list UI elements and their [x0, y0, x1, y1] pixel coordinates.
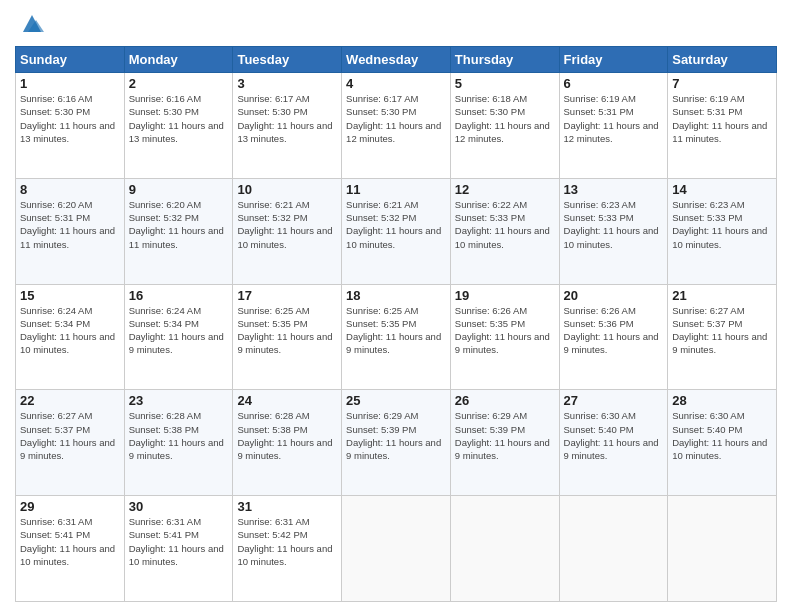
day-number: 15: [20, 288, 120, 303]
day-number: 3: [237, 76, 337, 91]
col-header-wednesday: Wednesday: [342, 47, 451, 73]
day-cell-31: 31Sunrise: 6:31 AMSunset: 5:42 PMDayligh…: [233, 496, 342, 602]
day-number: 2: [129, 76, 229, 91]
day-cell-15: 15Sunrise: 6:24 AMSunset: 5:34 PMDayligh…: [16, 284, 125, 390]
day-number: 18: [346, 288, 446, 303]
day-cell-12: 12Sunrise: 6:22 AMSunset: 5:33 PMDayligh…: [450, 178, 559, 284]
day-cell-4: 4Sunrise: 6:17 AMSunset: 5:30 PMDaylight…: [342, 73, 451, 179]
day-number: 25: [346, 393, 446, 408]
day-cell-11: 11Sunrise: 6:21 AMSunset: 5:32 PMDayligh…: [342, 178, 451, 284]
empty-cell: [450, 496, 559, 602]
day-number: 11: [346, 182, 446, 197]
day-number: 27: [564, 393, 664, 408]
day-cell-16: 16Sunrise: 6:24 AMSunset: 5:34 PMDayligh…: [124, 284, 233, 390]
day-info: Sunrise: 6:24 AMSunset: 5:34 PMDaylight:…: [129, 304, 229, 357]
empty-cell: [559, 496, 668, 602]
day-info: Sunrise: 6:29 AMSunset: 5:39 PMDaylight:…: [455, 409, 555, 462]
day-cell-30: 30Sunrise: 6:31 AMSunset: 5:41 PMDayligh…: [124, 496, 233, 602]
day-cell-8: 8Sunrise: 6:20 AMSunset: 5:31 PMDaylight…: [16, 178, 125, 284]
empty-cell: [342, 496, 451, 602]
day-number: 9: [129, 182, 229, 197]
logo: [15, 10, 46, 38]
week-row-5: 29Sunrise: 6:31 AMSunset: 5:41 PMDayligh…: [16, 496, 777, 602]
day-info: Sunrise: 6:17 AMSunset: 5:30 PMDaylight:…: [346, 92, 446, 145]
day-info: Sunrise: 6:16 AMSunset: 5:30 PMDaylight:…: [129, 92, 229, 145]
day-cell-24: 24Sunrise: 6:28 AMSunset: 5:38 PMDayligh…: [233, 390, 342, 496]
day-cell-1: 1Sunrise: 6:16 AMSunset: 5:30 PMDaylight…: [16, 73, 125, 179]
day-info: Sunrise: 6:27 AMSunset: 5:37 PMDaylight:…: [20, 409, 120, 462]
day-info: Sunrise: 6:30 AMSunset: 5:40 PMDaylight:…: [672, 409, 772, 462]
day-info: Sunrise: 6:25 AMSunset: 5:35 PMDaylight:…: [346, 304, 446, 357]
day-number: 5: [455, 76, 555, 91]
day-info: Sunrise: 6:28 AMSunset: 5:38 PMDaylight:…: [129, 409, 229, 462]
day-number: 20: [564, 288, 664, 303]
day-info: Sunrise: 6:19 AMSunset: 5:31 PMDaylight:…: [564, 92, 664, 145]
day-info: Sunrise: 6:20 AMSunset: 5:32 PMDaylight:…: [129, 198, 229, 251]
day-info: Sunrise: 6:21 AMSunset: 5:32 PMDaylight:…: [237, 198, 337, 251]
day-info: Sunrise: 6:17 AMSunset: 5:30 PMDaylight:…: [237, 92, 337, 145]
week-row-1: 1Sunrise: 6:16 AMSunset: 5:30 PMDaylight…: [16, 73, 777, 179]
day-cell-7: 7Sunrise: 6:19 AMSunset: 5:31 PMDaylight…: [668, 73, 777, 179]
day-cell-2: 2Sunrise: 6:16 AMSunset: 5:30 PMDaylight…: [124, 73, 233, 179]
day-info: Sunrise: 6:16 AMSunset: 5:30 PMDaylight:…: [20, 92, 120, 145]
day-cell-14: 14Sunrise: 6:23 AMSunset: 5:33 PMDayligh…: [668, 178, 777, 284]
day-cell-27: 27Sunrise: 6:30 AMSunset: 5:40 PMDayligh…: [559, 390, 668, 496]
day-cell-13: 13Sunrise: 6:23 AMSunset: 5:33 PMDayligh…: [559, 178, 668, 284]
day-number: 10: [237, 182, 337, 197]
day-cell-18: 18Sunrise: 6:25 AMSunset: 5:35 PMDayligh…: [342, 284, 451, 390]
day-number: 13: [564, 182, 664, 197]
day-number: 24: [237, 393, 337, 408]
day-number: 31: [237, 499, 337, 514]
calendar-table: SundayMondayTuesdayWednesdayThursdayFrid…: [15, 46, 777, 602]
day-cell-25: 25Sunrise: 6:29 AMSunset: 5:39 PMDayligh…: [342, 390, 451, 496]
day-number: 30: [129, 499, 229, 514]
day-cell-17: 17Sunrise: 6:25 AMSunset: 5:35 PMDayligh…: [233, 284, 342, 390]
day-number: 26: [455, 393, 555, 408]
day-number: 29: [20, 499, 120, 514]
day-cell-3: 3Sunrise: 6:17 AMSunset: 5:30 PMDaylight…: [233, 73, 342, 179]
day-number: 21: [672, 288, 772, 303]
day-info: Sunrise: 6:30 AMSunset: 5:40 PMDaylight:…: [564, 409, 664, 462]
day-number: 1: [20, 76, 120, 91]
day-number: 28: [672, 393, 772, 408]
day-info: Sunrise: 6:29 AMSunset: 5:39 PMDaylight:…: [346, 409, 446, 462]
page: SundayMondayTuesdayWednesdayThursdayFrid…: [0, 0, 792, 612]
col-header-thursday: Thursday: [450, 47, 559, 73]
day-info: Sunrise: 6:27 AMSunset: 5:37 PMDaylight:…: [672, 304, 772, 357]
day-number: 4: [346, 76, 446, 91]
day-cell-9: 9Sunrise: 6:20 AMSunset: 5:32 PMDaylight…: [124, 178, 233, 284]
col-header-saturday: Saturday: [668, 47, 777, 73]
day-info: Sunrise: 6:22 AMSunset: 5:33 PMDaylight:…: [455, 198, 555, 251]
header: [15, 10, 777, 38]
day-number: 19: [455, 288, 555, 303]
day-cell-20: 20Sunrise: 6:26 AMSunset: 5:36 PMDayligh…: [559, 284, 668, 390]
empty-cell: [668, 496, 777, 602]
day-info: Sunrise: 6:31 AMSunset: 5:42 PMDaylight:…: [237, 515, 337, 568]
col-header-tuesday: Tuesday: [233, 47, 342, 73]
day-number: 23: [129, 393, 229, 408]
day-number: 14: [672, 182, 772, 197]
col-header-monday: Monday: [124, 47, 233, 73]
day-info: Sunrise: 6:19 AMSunset: 5:31 PMDaylight:…: [672, 92, 772, 145]
week-row-3: 15Sunrise: 6:24 AMSunset: 5:34 PMDayligh…: [16, 284, 777, 390]
day-info: Sunrise: 6:24 AMSunset: 5:34 PMDaylight:…: [20, 304, 120, 357]
logo-icon: [18, 10, 46, 38]
day-cell-19: 19Sunrise: 6:26 AMSunset: 5:35 PMDayligh…: [450, 284, 559, 390]
day-info: Sunrise: 6:26 AMSunset: 5:35 PMDaylight:…: [455, 304, 555, 357]
day-info: Sunrise: 6:25 AMSunset: 5:35 PMDaylight:…: [237, 304, 337, 357]
day-info: Sunrise: 6:23 AMSunset: 5:33 PMDaylight:…: [564, 198, 664, 251]
day-cell-21: 21Sunrise: 6:27 AMSunset: 5:37 PMDayligh…: [668, 284, 777, 390]
day-info: Sunrise: 6:18 AMSunset: 5:30 PMDaylight:…: [455, 92, 555, 145]
day-cell-10: 10Sunrise: 6:21 AMSunset: 5:32 PMDayligh…: [233, 178, 342, 284]
day-number: 22: [20, 393, 120, 408]
col-header-sunday: Sunday: [16, 47, 125, 73]
day-info: Sunrise: 6:28 AMSunset: 5:38 PMDaylight:…: [237, 409, 337, 462]
day-number: 12: [455, 182, 555, 197]
col-header-friday: Friday: [559, 47, 668, 73]
day-info: Sunrise: 6:31 AMSunset: 5:41 PMDaylight:…: [20, 515, 120, 568]
day-number: 7: [672, 76, 772, 91]
day-number: 16: [129, 288, 229, 303]
day-cell-5: 5Sunrise: 6:18 AMSunset: 5:30 PMDaylight…: [450, 73, 559, 179]
day-info: Sunrise: 6:31 AMSunset: 5:41 PMDaylight:…: [129, 515, 229, 568]
day-info: Sunrise: 6:20 AMSunset: 5:31 PMDaylight:…: [20, 198, 120, 251]
